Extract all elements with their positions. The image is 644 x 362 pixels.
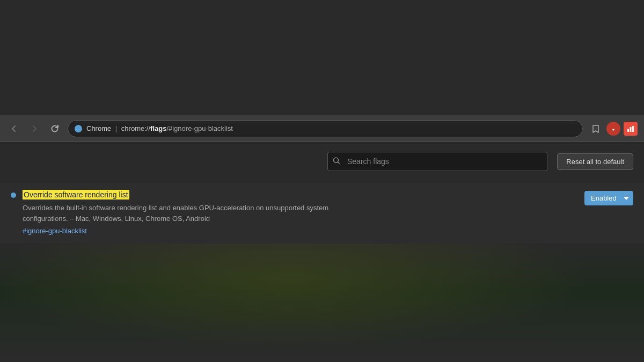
extension-icon-chart[interactable] xyxy=(624,122,638,136)
flag-info: Override software rendering list Overrid… xyxy=(23,190,574,235)
address-bar[interactable]: Chrome | chrome://flags/#ignore-gpu-blac… xyxy=(68,120,583,137)
back-button[interactable] xyxy=(6,121,21,136)
search-row: Reset all to default xyxy=(0,142,644,181)
search-icon xyxy=(333,157,340,166)
bottom-area xyxy=(0,243,644,361)
flag-control: Default Enabled Disabled xyxy=(584,191,633,205)
svg-point-0 xyxy=(77,127,80,130)
flags-content: Reset all to default Override software r… xyxy=(0,142,644,243)
flag-item: Override software rendering list Overrid… xyxy=(0,181,644,243)
address-text: Chrome | chrome://flags/#ignore-gpu-blac… xyxy=(86,124,233,132)
browser-bar: Chrome | chrome://flags/#ignore-gpu-blac… xyxy=(0,115,644,142)
svg-rect-5 xyxy=(630,127,632,132)
flag-link[interactable]: #ignore-gpu-blacklist xyxy=(23,227,574,235)
flag-select[interactable]: Default Enabled Disabled xyxy=(584,191,633,205)
reload-button[interactable] xyxy=(47,121,62,136)
top-area xyxy=(0,0,644,115)
search-container xyxy=(327,152,547,171)
search-input[interactable] xyxy=(327,152,547,171)
svg-rect-6 xyxy=(632,126,634,132)
reset-all-button[interactable]: Reset all to default xyxy=(557,153,633,170)
bookmark-icon[interactable] xyxy=(588,121,603,136)
secure-icon xyxy=(75,125,82,132)
svg-text:●: ● xyxy=(612,127,615,131)
flags-list: Override software rendering list Overrid… xyxy=(0,181,644,243)
forward-button[interactable] xyxy=(27,121,42,136)
svg-rect-4 xyxy=(627,129,629,132)
extension-icon-red[interactable]: ● xyxy=(606,122,620,136)
flag-title: Override software rendering list xyxy=(23,190,129,200)
toolbar-icons: ● xyxy=(588,121,638,136)
flag-description: Overrides the built-in software renderin… xyxy=(23,203,334,224)
flag-dot xyxy=(11,193,16,198)
